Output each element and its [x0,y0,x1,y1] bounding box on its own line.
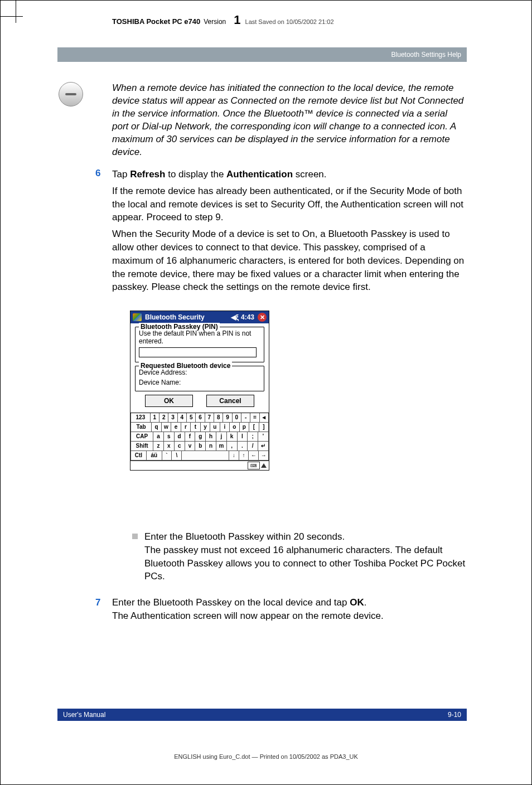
soft-keyboard[interactable]: 1231234567890-=◄ Tabqwertyuiop[] CAPasdf… [130,413,269,461]
pin-legend: Bluetooth Passkey (PIN) [139,323,220,331]
version-number: 1 [234,13,240,27]
ok-button[interactable]: OK [145,395,193,407]
pin-groupbox: Bluetooth Passkey (PIN) Use the default … [135,327,264,362]
step-6-para2: When the Security Mode of a device is se… [112,227,467,294]
dialog-body: Bluetooth Passkey (PIN) Use the default … [130,323,269,413]
step-number: 6 [95,168,100,179]
pin-input[interactable] [139,347,257,357]
crop-mark [16,1,16,23]
window-title: Bluetooth Security [145,313,205,321]
start-flag-icon[interactable] [133,313,142,321]
titlebar: Bluetooth Security ◀ξ 4:43 ✕ [130,311,269,323]
clock[interactable]: 4:43 [241,313,254,321]
step-6-sentence: Tap Refresh to display the Authenticatio… [112,168,467,181]
bullet-line2: The passkey must not exceed 16 alphanume… [144,544,468,583]
document-page: TOSHIBA Pocket PC e740 Version 1 Last Sa… [0,0,532,785]
kbd-row-5[interactable]: Ctláü`\↓↑←→ [130,451,269,461]
pin-hint: Use the default PIN when a PIN is not en… [139,329,260,345]
volume-icon[interactable]: ◀ξ [231,313,239,321]
square-bullet-icon [132,534,138,539]
kbd-row-4[interactable]: Shiftzxcvbnm,./↵ [130,442,269,451]
footer-right: 9-10 [448,711,461,719]
device-name-label: Device Name: [139,379,260,386]
footer-left: User's Manual [63,711,105,719]
note-icon [59,82,83,106]
dialog-button-row: OK Cancel [135,395,264,407]
requested-legend: Requested Bluetooth device [139,362,232,370]
step-7-sentence: Enter the Bluetooth Passkey on the local… [112,596,467,609]
bullet-line1: Enter the Bluetooth Passkey within 20 se… [144,530,468,544]
device-screenshot: Bluetooth Security ◀ξ 4:43 ✕ Bluetooth P… [130,311,269,471]
crop-mark [1,16,23,17]
saved-date: Last Saved on 10/05/2002 21:02 [245,18,334,25]
section-heading-text: Bluetooth Settings Help [391,51,461,59]
sip-footer: ⌨ [130,461,269,470]
kbd-row-1[interactable]: 1231234567890-=◄ [130,413,269,423]
step-7-para: The Authentication screen will now appea… [112,609,467,623]
page-footer-bar: User's Manual 9-10 [57,709,467,721]
sip-menu-icon[interactable] [261,463,267,468]
cancel-button[interactable]: Cancel [206,395,254,407]
step-6-para1: If the remote device has already been au… [112,185,467,224]
kbd-row-2[interactable]: Tabqwertyuiop[] [130,423,269,432]
requested-groupbox: Requested Bluetooth device Device Addres… [135,366,264,391]
section-heading-bar: Bluetooth Settings Help [57,47,467,62]
step-7-block: 7 Enter the Bluetooth Passkey on the loc… [112,596,467,623]
note-paragraph: When a remote device has initiated the c… [112,82,465,159]
close-icon[interactable]: ✕ [258,313,267,322]
sip-toggle-icon[interactable]: ⌨ [248,462,260,469]
product-name: TOSHIBA Pocket PC e740 [112,17,200,26]
device-address-label: Device Address: [139,369,260,376]
version-label: Version [204,18,226,26]
step-number: 7 [95,596,100,609]
kbd-row-3[interactable]: CAPasdfghjkl;' [130,432,269,442]
print-footer: ENGLISH using Euro_C.dot — Printed on 10… [1,753,531,760]
bullet-block: Enter the Bluetooth Passkey within 20 se… [144,530,468,583]
step-6-block: 6 Tap Refresh to display the Authenticat… [112,168,467,294]
running-header: TOSHIBA Pocket PC e740 Version 1 Last Sa… [112,13,476,27]
